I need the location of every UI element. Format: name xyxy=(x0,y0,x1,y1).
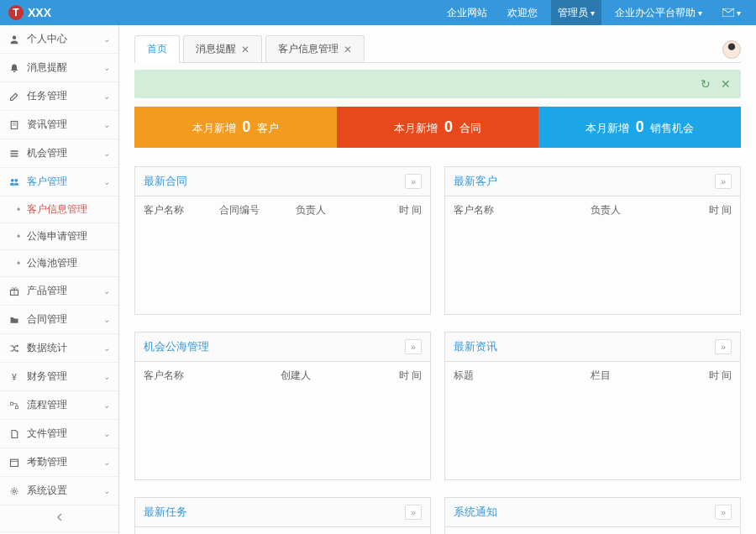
sidebar-item-label: 合同管理 xyxy=(27,312,67,327)
logo-icon: T xyxy=(8,5,24,20)
col-header-1: 创建人 xyxy=(281,369,371,383)
sidebar-item-5[interactable]: 客户管理⌄ xyxy=(0,168,118,196)
svg-point-9 xyxy=(14,178,18,181)
panel-more-button[interactable]: » xyxy=(715,339,732,354)
sidebar-item-13[interactable]: 系统设置⌄ xyxy=(0,477,118,505)
file-icon xyxy=(8,120,20,130)
panel-header: 系统通知 » xyxy=(445,498,740,527)
sidebar-item-label: 产品管理 xyxy=(27,284,67,298)
col-header-0: 标题 xyxy=(454,369,591,383)
panels-row-1: 机会公海管理 » 客户名称创建人时 间 最新资讯 » 标题栏目时 间 xyxy=(134,332,741,480)
panel-title: 最新客户 xyxy=(454,174,497,189)
panel-1-1: 最新资讯 » 标题栏目时 间 xyxy=(444,332,741,480)
sidebar-item-10[interactable]: 流程管理⌄ xyxy=(0,391,118,420)
tab-1[interactable]: 消息提醒✕ xyxy=(183,35,262,62)
sidebar-item-label: 流程管理 xyxy=(27,398,67,412)
chevron-right-icon: ⌄ xyxy=(103,92,110,101)
panel-columns: 客户名称创建人时 间 xyxy=(144,369,422,383)
stat-value: 0 xyxy=(444,118,453,135)
col-header-1: 栏目 xyxy=(591,369,681,383)
stat-prefix: 本月新增 xyxy=(192,122,236,134)
mail-dropdown[interactable] xyxy=(716,0,748,25)
sidebar-subitem-5-1[interactable]: 公海申请管理 xyxy=(0,223,118,250)
panel-more-button[interactable]: » xyxy=(405,505,422,520)
gift-icon xyxy=(8,286,20,296)
tab-label: 消息提醒 xyxy=(196,42,236,56)
chevron-right-icon: ⌄ xyxy=(103,400,110,410)
sidebar-item-1[interactable]: 消息提醒⌄ xyxy=(0,54,118,82)
sidebar-item-11[interactable]: 文件管理⌄ xyxy=(0,420,118,448)
stat-suffix: 客户 xyxy=(257,122,279,134)
sidebar-item-3[interactable]: 资讯管理⌄ xyxy=(0,111,118,139)
col-header-2: 负责人 xyxy=(296,203,371,217)
panel-body xyxy=(135,527,430,534)
stat-card-2[interactable]: 本月新增 0 销售机会 xyxy=(538,107,741,148)
doc-icon xyxy=(8,429,20,439)
svg-point-1 xyxy=(13,35,17,39)
refresh-icon[interactable]: ↻ xyxy=(701,77,711,91)
col-header-0: 客户名称 xyxy=(144,203,219,217)
panels-row-0: 最新合同 » 客户名称合同编号负责人时 间 最新客户 » 客户名称负责人时 间 xyxy=(134,166,741,315)
stat-prefix: 本月新增 xyxy=(585,122,629,134)
user-dropdown[interactable]: 管理员 xyxy=(551,0,601,25)
sidebar-item-7[interactable]: 合同管理⌄ xyxy=(0,306,118,334)
sidebar-item-8[interactable]: 数据统计⌄ xyxy=(0,334,118,363)
close-icon[interactable]: ✕ xyxy=(721,77,731,91)
panel-1-0: 机会公海管理 » 客户名称创建人时 间 xyxy=(134,332,431,480)
panel-columns: 标题栏目时 间 xyxy=(454,369,732,383)
panel-more-button[interactable]: » xyxy=(715,174,732,189)
chevron-right-icon: ⌄ xyxy=(103,429,110,438)
panel-body: 客户名称合同编号负责人时 间 xyxy=(135,196,430,314)
sidebar-item-2[interactable]: 任务管理⌄ xyxy=(0,82,118,111)
company-name: XXX xyxy=(28,6,51,19)
folder-icon xyxy=(8,315,20,325)
panels-row-2: 最新任务 » 系统通知 » xyxy=(134,497,741,534)
label-welcome: 欢迎您 xyxy=(501,0,544,25)
chevron-right-icon: ⌄ xyxy=(103,372,110,381)
col-header-1: 合同编号 xyxy=(219,203,295,217)
sidebar-item-12[interactable]: 考勤管理⌄ xyxy=(0,448,118,477)
users-icon xyxy=(8,177,20,187)
stat-card-1[interactable]: 本月新增 0 合同 xyxy=(337,107,539,148)
chevron-right-icon: ⌄ xyxy=(103,149,110,158)
stat-value: 0 xyxy=(242,118,250,135)
chevron-left-icon xyxy=(55,512,65,522)
sidebar-collapse-button[interactable] xyxy=(0,505,118,532)
tab-close-icon[interactable]: ✕ xyxy=(241,44,249,55)
sidebar-item-4[interactable]: 机会管理⌄ xyxy=(0,139,118,168)
sidebar-item-label: 文件管理 xyxy=(27,427,67,441)
sidebar-item-label: 系统设置 xyxy=(27,484,67,498)
panel-more-button[interactable]: » xyxy=(715,505,732,520)
panel-title: 最新任务 xyxy=(144,505,187,520)
sidebar-subitem-5-2[interactable]: 公海池管理 xyxy=(0,250,118,277)
col-header-2: 时 间 xyxy=(681,369,732,383)
sidebar-item-label: 考勤管理 xyxy=(27,455,67,469)
panel-more-button[interactable]: » xyxy=(405,174,422,189)
panel-columns: 客户名称负责人时 间 xyxy=(454,203,732,217)
svg-rect-13 xyxy=(11,402,13,405)
header-right: 企业网站 欢迎您 管理员 企业办公平台帮助 xyxy=(440,0,748,25)
calendar-icon xyxy=(8,458,20,468)
panel-columns: 客户名称合同编号负责人时 间 xyxy=(144,203,422,217)
tab-2[interactable]: 客户信息管理✕ xyxy=(265,35,365,62)
sidebar-item-9[interactable]: ¥财务管理⌄ xyxy=(0,363,118,391)
panel-title: 最新资讯 xyxy=(454,339,497,354)
sidebar-subitem-5-0[interactable]: 客户信息管理 xyxy=(0,196,118,223)
tab-0[interactable]: 首页 xyxy=(134,35,180,63)
user-icon xyxy=(8,34,20,44)
col-header-1: 负责人 xyxy=(591,203,681,217)
help-dropdown[interactable]: 企业办公平台帮助 xyxy=(608,0,709,25)
sidebar-item-0[interactable]: 个人中心⌄ xyxy=(0,25,118,54)
tab-close-icon[interactable]: ✕ xyxy=(344,44,352,55)
sidebar-item-label: 消息提醒 xyxy=(27,60,67,75)
stat-card-0[interactable]: 本月新增 0 客户 xyxy=(134,107,337,148)
chevron-right-icon: ⌄ xyxy=(103,458,110,467)
panel-more-button[interactable]: » xyxy=(405,339,422,354)
panel-body xyxy=(445,527,740,534)
tab-label: 首页 xyxy=(147,42,167,56)
chevron-down-icon: ⌄ xyxy=(103,177,110,186)
panel-2-1: 系统通知 » xyxy=(444,497,741,534)
sidebar-item-6[interactable]: 产品管理⌄ xyxy=(0,277,118,306)
avatar[interactable] xyxy=(722,40,741,59)
link-website[interactable]: 企业网站 xyxy=(440,0,494,25)
